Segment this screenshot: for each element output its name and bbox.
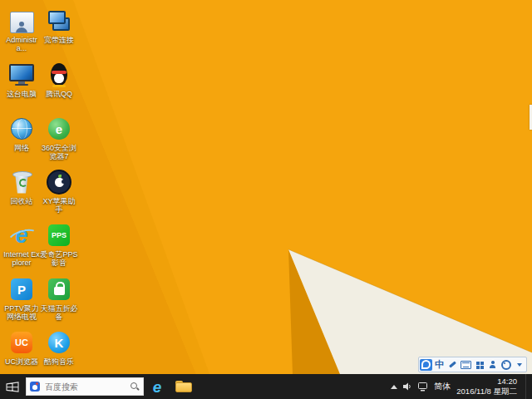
broadband-connection-icon	[46, 7, 72, 34]
ime-language-bar: 中	[418, 357, 527, 372]
hidden-icons-chevron[interactable]	[391, 385, 397, 389]
account-person-icon[interactable]	[486, 359, 499, 371]
start-button[interactable]	[0, 374, 25, 399]
handwriting-pen-icon[interactable]	[446, 359, 459, 371]
xy-apple-icon	[46, 169, 72, 195]
clock-time: 14:20	[497, 377, 517, 387]
iqiyi-pps-icon: PPS	[46, 222, 72, 249]
ime-logo-icon[interactable]	[420, 359, 432, 371]
icon-label: Internet Explorer	[2, 250, 41, 268]
soft-keyboard-icon[interactable]	[460, 359, 472, 371]
recycle-bin-icon	[8, 169, 35, 195]
uc-browser-icon: UC	[8, 329, 35, 356]
icon-label: UC浏览器	[5, 357, 38, 366]
baidu-search-box[interactable]	[26, 377, 144, 396]
icon-label: 网络	[14, 144, 29, 152]
icon-label: 酷狗音乐	[44, 357, 74, 366]
desktop-icon-xy-assistant[interactable]: XY苹果助手	[40, 169, 78, 214]
icon-label: Administra...	[2, 36, 41, 53]
icon-label: 宽带连接	[44, 36, 74, 44]
toolbox-grid-icon[interactable]	[473, 359, 485, 371]
pptv-icon: P	[8, 276, 35, 303]
desktop-icon-broadband[interactable]: 宽带连接	[40, 7, 78, 44]
taskbar-ie-button[interactable]: e	[144, 374, 170, 399]
360-browser-icon: e	[46, 116, 72, 142]
icon-label: PPTV聚力网络电视	[2, 304, 41, 322]
desktop-icon-qq[interactable]: 腾讯QQ	[40, 62, 78, 98]
desktop-icon-iqiyi[interactable]: PPS 爱奇艺PPS影音	[40, 222, 78, 268]
ie-icon: e	[153, 379, 162, 395]
icon-label: 天猫五折必备	[40, 304, 78, 322]
desktop-icon-kugou[interactable]: K 酷狗音乐	[40, 329, 78, 366]
desktop-icon-tmall[interactable]: 天猫五折必备	[40, 276, 78, 322]
volume-icon[interactable]	[403, 382, 412, 391]
icon-label: 360安全浏览器7	[40, 144, 78, 161]
folder-icon	[175, 381, 192, 393]
desktop-icon-network[interactable]: 网络	[2, 116, 41, 152]
clock-date: 2016/11/8 星期二	[456, 387, 517, 397]
icon-label: 这台电脑	[7, 90, 37, 98]
baidu-logo-icon	[30, 382, 40, 392]
desktop-icon-this-pc[interactable]: 这台电脑	[2, 62, 41, 98]
taskbar-file-explorer-button[interactable]	[170, 374, 197, 399]
ime-chinese-mode-button[interactable]: 中	[433, 359, 446, 371]
language-indicator[interactable]: 简体	[434, 381, 451, 392]
desktop-icon-uc-browser[interactable]: UC UC浏览器	[2, 329, 41, 366]
icon-label: XY苹果助手	[40, 197, 78, 214]
desktop-screen: Administra... 这台电脑 网络 回收站 e Internet Exp…	[0, 0, 532, 399]
collapse-chevron-icon[interactable]	[513, 359, 525, 371]
desktop-icon-recycle-bin[interactable]: 回收站	[2, 169, 41, 205]
icon-label: 爱奇艺PPS影音	[40, 250, 78, 268]
icon-label: 腾讯QQ	[46, 90, 72, 98]
tray-clock[interactable]: 14:20 2016/11/8 星期二	[456, 377, 517, 397]
desktop-icon-pptv[interactable]: P PPTV聚力网络电视	[2, 276, 41, 322]
show-desktop-button[interactable]	[525, 374, 530, 399]
desktop-icon-360-browser[interactable]: e 360安全浏览器7	[40, 116, 78, 161]
qq-penguin-icon	[46, 62, 72, 88]
computer-icon	[8, 62, 35, 88]
desktop-icon-administrator[interactable]: Administra...	[2, 7, 41, 53]
network-icon[interactable]	[418, 382, 428, 392]
taskbar: e 简体 14:20 2016/11/8 星期二	[0, 374, 532, 399]
icon-label: 回收站	[11, 197, 33, 205]
windows-logo-icon	[6, 382, 19, 392]
system-tray: 简体 14:20 2016/11/8 星期二	[391, 374, 532, 399]
shopping-bag-icon	[46, 276, 72, 303]
search-input[interactable]	[43, 382, 127, 392]
wallpaper	[0, 0, 532, 374]
desktop-icon-internet-explorer[interactable]: e Internet Explorer	[2, 222, 41, 268]
search-magnifier-icon[interactable]	[131, 382, 140, 392]
ie-icon: e	[8, 222, 35, 249]
globe-network-icon	[8, 116, 35, 142]
settings-gear-icon[interactable]	[500, 359, 512, 371]
user-folder-icon	[8, 7, 35, 34]
kugou-icon: K	[46, 329, 72, 356]
